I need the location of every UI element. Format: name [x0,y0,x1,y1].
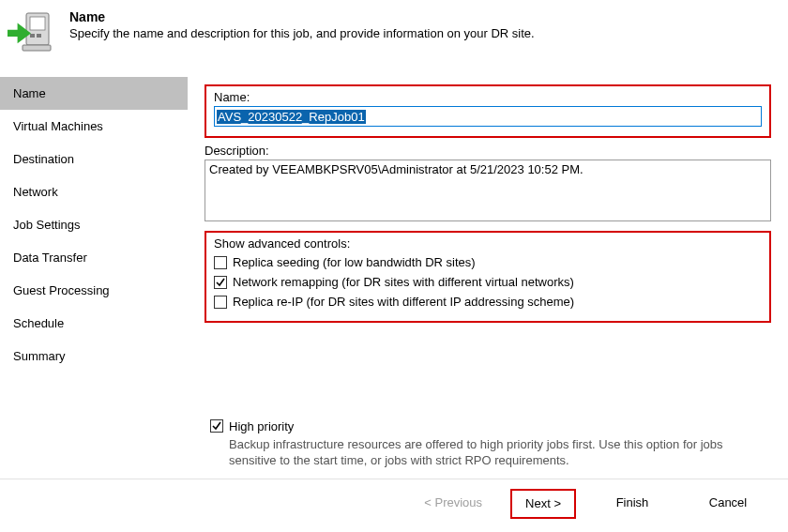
checkbox-label: High priority [229,419,294,433]
checkbox-high-priority[interactable]: High priority [210,417,771,436]
sidebar-item-virtual-machines[interactable]: Virtual Machines [0,110,188,143]
advanced-controls-label: Show advanced controls: [214,236,762,251]
sidebar-item-network[interactable]: Network [0,175,188,208]
checkbox-icon [210,419,223,433]
svg-rect-4 [23,45,51,51]
checkbox-label: Replica re-IP (for DR sites with differe… [233,295,574,309]
svg-rect-2 [30,34,35,38]
sidebar-item-summary[interactable]: Summary [0,340,188,372]
next-button-highlight: Next > [510,489,576,519]
checkbox-label: Replica seeding (for low bandwidth DR si… [233,255,476,269]
sidebar-item-name[interactable]: Name [0,77,188,110]
checkbox-label: Network remapping (for DR sites with dif… [233,275,574,289]
svg-rect-1 [30,17,45,30]
next-button[interactable]: Next > [514,496,572,510]
job-icon [8,9,53,54]
page-subtitle: Specify the name and description for thi… [69,26,535,40]
wizard-header: Name Specify the name and description fo… [0,0,788,77]
checkbox-icon [214,276,227,289]
sidebar-item-job-settings[interactable]: Job Settings [0,208,188,241]
checkbox-icon [214,256,227,269]
checkbox-network-remapping[interactable]: Network remapping (for DR sites with dif… [214,272,762,292]
sidebar-item-schedule[interactable]: Schedule [0,307,188,340]
advanced-controls-highlight: Show advanced controls: Replica seeding … [205,231,771,323]
description-label: Description: [205,144,771,158]
page-title: Name [69,9,535,24]
checkbox-replica-reip[interactable]: Replica re-IP (for DR sites with differe… [214,292,762,312]
name-input[interactable]: AVS_20230522_RepJob01 [214,106,762,127]
name-section-highlight: Name: AVS_20230522_RepJob01 [205,84,771,138]
cancel-button[interactable]: Cancel [689,492,767,516]
name-input-value: AVS_20230522_RepJob01 [217,110,366,124]
sidebar-item-destination[interactable]: Destination [0,143,188,175]
wizard-footer: < Previous Next > Finish Cancel [0,479,788,532]
finish-button[interactable]: Finish [593,492,672,516]
description-input[interactable] [205,160,771,221]
wizard-steps-sidebar: Name Virtual Machines Destination Networ… [0,77,188,479]
high-priority-note: Backup infrastructure resources are offe… [229,436,754,469]
checkbox-icon [214,296,227,309]
svg-rect-3 [37,34,41,38]
sidebar-item-data-transfer[interactable]: Data Transfer [0,241,188,274]
previous-button: < Previous [413,492,493,516]
name-label: Name: [214,90,762,104]
sidebar-item-guest-processing[interactable]: Guest Processing [0,274,188,307]
checkbox-replica-seeding[interactable]: Replica seeding (for low bandwidth DR si… [214,252,762,272]
